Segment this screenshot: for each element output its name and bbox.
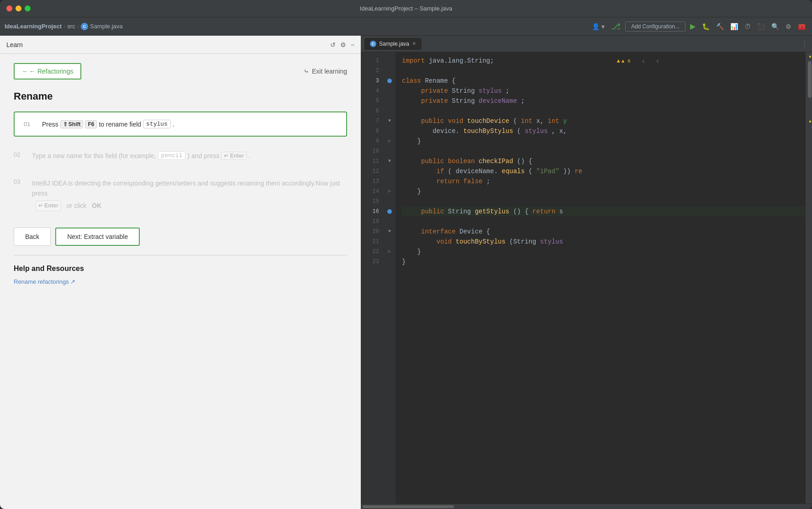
step-02-content: Type a new name for this field (for exam… <box>32 151 250 160</box>
coverage-button[interactable]: 📊 <box>728 21 740 32</box>
breadcrumb-src[interactable]: src <box>67 23 75 30</box>
minimize-button[interactable] <box>16 5 21 11</box>
step-02-number: 02 <box>14 151 25 158</box>
step-01-content: Press ⇧ Shift F6 to rename field stylus … <box>42 120 174 128</box>
editor-tabs-menu[interactable]: ⋮ <box>801 39 808 48</box>
main-content: Learn ↺ ⚙ − ← ← Refactorings ⤷ Exit lear… <box>0 36 812 509</box>
editor-tabs: C Sample.java ✕ ⋮ <box>361 36 812 52</box>
ln-13: 13 <box>361 176 384 186</box>
shift-label: Shift <box>69 121 81 127</box>
learn-panel: Learn ↺ ⚙ − ← ← Refactorings ⤷ Exit lear… <box>0 36 361 509</box>
code-line-15 <box>402 196 806 207</box>
code-line-2 <box>402 66 806 76</box>
ln-5: 5 <box>361 96 384 106</box>
step03-text2: or click <box>67 201 87 211</box>
run-button[interactable]: ▶ <box>688 20 697 32</box>
breadcrumb-project[interactable]: IdeaLearningProject <box>5 23 62 30</box>
toolbox-button[interactable]: 🧰 <box>796 21 807 32</box>
scrollbar-thumb[interactable] <box>808 61 812 98</box>
build-button[interactable]: 🔨 <box>714 21 726 32</box>
divider <box>14 255 347 255</box>
ln-21: 21 <box>361 237 384 247</box>
breadcrumb-file[interactable]: Sample.java <box>90 23 123 30</box>
toolbar: IdeaLearningProject › src › C Sample.jav… <box>0 17 812 36</box>
step-03-content: IntelliJ IDEA is detecting the correspon… <box>32 178 347 211</box>
fold-11[interactable]: ▼ <box>388 156 391 166</box>
ln-14: 14 <box>361 186 384 196</box>
tab-close-icon[interactable]: ✕ <box>412 41 416 47</box>
code-line-12: if ( deviceName. equals ( "iPad" )) re <box>402 166 806 176</box>
gutter-19 <box>384 217 395 227</box>
next-button[interactable]: Next: Extract variable <box>55 228 140 246</box>
step02-dot: . <box>248 152 250 159</box>
fold-20[interactable]: ▼ <box>388 227 391 237</box>
toolbar-right: 👤 ▾ ⎇ Add Configuration... ▶ 🐛 🔨 📊 ⏱ ⬛ 🔍… <box>590 20 807 33</box>
fold-22[interactable]: ▷ <box>388 247 391 257</box>
gutter-15 <box>384 196 395 207</box>
fold-top[interactable]: ∧ <box>642 59 645 64</box>
section-title: Rename <box>14 90 347 102</box>
profile-button[interactable]: ⏱ <box>743 21 753 32</box>
step-03-card: 03 IntelliJ IDEA is detecting the corres… <box>14 171 347 218</box>
refresh-icon[interactable]: ↺ <box>330 41 336 48</box>
vcs-icon[interactable]: ⎇ <box>609 20 622 33</box>
step03-ok: OK <box>92 201 101 211</box>
step-01-number: 01 <box>24 121 35 127</box>
code-line-22: } <box>402 247 806 257</box>
gutter-13 <box>384 176 395 186</box>
warning-marker-2 <box>809 121 811 122</box>
breakpoint-3[interactable] <box>387 79 392 83</box>
actions-row: Back Next: Extract variable <box>14 228 347 246</box>
vertical-scrollbar[interactable] <box>806 52 812 504</box>
code-line-14: } <box>402 186 806 196</box>
breakpoint-16[interactable] <box>387 209 392 214</box>
refactorings-button[interactable]: ← ← Refactorings <box>14 63 81 80</box>
fold-9[interactable]: ▷ <box>388 136 391 146</box>
ln-7: 7 <box>361 116 384 126</box>
warning-count: ▲ 6 <box>622 56 631 66</box>
gutter: ▼ ▷ ▼ ▷ <box>384 52 395 504</box>
scrollbar-h-thumb[interactable] <box>363 505 454 508</box>
code-line-9: } <box>402 136 806 146</box>
debug-button[interactable]: 🐛 <box>700 21 712 32</box>
search-button[interactable]: 🔍 <box>770 21 781 32</box>
learn-body: ← ← Refactorings ⤷ Exit learning Rename … <box>0 54 361 509</box>
minimize-panel-icon[interactable]: − <box>351 41 354 48</box>
gutter-16 <box>384 207 395 217</box>
gutter-23 <box>384 257 395 267</box>
user-icon[interactable]: 👤 ▾ <box>590 21 606 32</box>
ln-10: 10 <box>361 146 384 156</box>
field-name-tag: stylus <box>143 120 171 128</box>
step01-text-after: to rename field <box>99 121 141 128</box>
tab-label: Sample.java <box>379 41 409 47</box>
close-button[interactable] <box>6 5 12 11</box>
learn-header-icons: ↺ ⚙ − <box>330 41 354 48</box>
add-config-button[interactable]: Add Configuration... <box>625 21 685 32</box>
settings-button[interactable]: ⚙ <box>784 21 793 32</box>
ln-6: 6 <box>361 106 384 116</box>
stop-button[interactable]: ⬛ <box>755 21 767 32</box>
breadcrumb-sep1: › <box>63 23 65 30</box>
step02-text: Type a new name for this field (for exam… <box>32 152 156 159</box>
fold-14[interactable]: ▷ <box>388 186 391 196</box>
gutter-3 <box>384 76 395 86</box>
fold-7[interactable]: ▼ <box>388 116 391 126</box>
ln-19: 19 <box>361 217 384 227</box>
ln-8: 8 <box>361 126 384 136</box>
ln-3: 3 <box>361 76 384 86</box>
help-link[interactable]: Rename refactorings ↗ <box>14 278 75 285</box>
fold-bottom[interactable]: ∨ <box>656 59 659 64</box>
horizontal-scrollbar[interactable] <box>361 504 812 509</box>
back-button[interactable]: Back <box>14 228 51 246</box>
code-area[interactable]: import java.lang.String; ▲ ▲ 6 ∧ ∨ <box>395 52 806 504</box>
code-line-11: public boolean checkIPad () { <box>402 156 806 166</box>
ln-23: 23 <box>361 257 384 267</box>
exit-learning-button[interactable]: ⤷ Exit learning <box>304 68 347 75</box>
maximize-button[interactable] <box>25 5 31 11</box>
gutter-11: ▼ <box>384 156 395 166</box>
ln-20: 20 <box>361 227 384 237</box>
breadcrumb: IdeaLearningProject › src › C Sample.jav… <box>5 23 587 30</box>
top-actions: ← ← Refactorings ⤷ Exit learning <box>14 63 347 80</box>
settings-panel-icon[interactable]: ⚙ <box>340 41 346 48</box>
editor-tab-sample[interactable]: C Sample.java ✕ <box>364 38 422 50</box>
